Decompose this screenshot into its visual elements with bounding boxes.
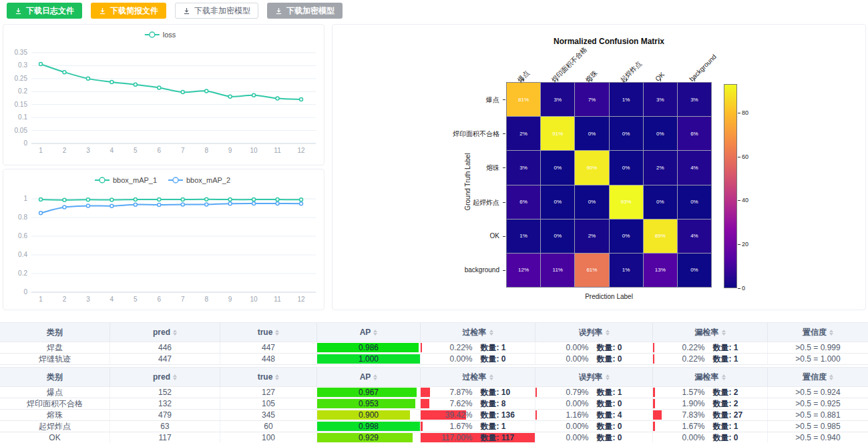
rate-bar xyxy=(653,343,654,352)
rate-bar xyxy=(535,410,537,420)
column-header-true[interactable]: true xyxy=(220,368,317,386)
sort-icon[interactable] xyxy=(722,328,726,338)
cell-pred: 117 xyxy=(110,432,220,443)
sort-icon[interactable] xyxy=(829,372,833,382)
column-header-miss[interactable]: 漏检率 xyxy=(653,323,768,342)
svg-text:loss: loss xyxy=(163,31,176,39)
column-header-miss[interactable]: 漏检率 xyxy=(653,368,768,386)
column-header-ap[interactable]: AP xyxy=(317,323,421,342)
svg-text:bbox_mAP_1: bbox_mAP_1 xyxy=(113,176,157,184)
sort-icon[interactable] xyxy=(606,372,610,382)
column-header-misjudge[interactable]: 误判率 xyxy=(535,323,653,342)
matrix-cell: 81% xyxy=(507,83,540,116)
table-row: 焊印面积不合格1321050.9537.62%数量: 80.00%数量: 01.… xyxy=(0,398,868,410)
svg-text:bbox_mAP_2: bbox_mAP_2 xyxy=(186,176,230,184)
matrix-cell: 11% xyxy=(541,254,574,287)
table-row: OK1171000.929117.00%数量: 1170.00%数量: 00.0… xyxy=(0,432,868,443)
download-encrypted-model-button[interactable]: 下载加密模型 xyxy=(267,3,343,19)
svg-text:0.6: 0.6 xyxy=(18,232,27,240)
column-header-label: 类别 xyxy=(0,323,110,342)
sort-icon[interactable] xyxy=(606,328,610,338)
matrix-cell: 3% xyxy=(507,151,540,184)
legend-item[interactable]: bbox_mAP_2 xyxy=(168,176,230,184)
cell-misjudge: 0.79%数量: 1 xyxy=(535,387,653,398)
download-encrypted-model-label: 下载加密模型 xyxy=(286,5,335,17)
matrix-cell: 3% xyxy=(541,83,574,116)
cell-ap: 0.986 xyxy=(317,342,421,353)
sort-icon[interactable] xyxy=(489,372,493,382)
matrix-cell: 6% xyxy=(678,117,711,150)
column-header-conf[interactable]: 置信度 xyxy=(768,368,868,386)
svg-text:0: 0 xyxy=(23,288,27,296)
matrix-cell: 0% xyxy=(541,151,574,184)
sort-icon[interactable] xyxy=(373,328,377,338)
download-report-label: 下载简报文件 xyxy=(110,5,158,17)
colorbar-tick-label: 60 xyxy=(742,153,748,160)
sort-icon[interactable] xyxy=(275,372,279,382)
colorbar-tick-label: 20 xyxy=(742,241,748,248)
column-header-overkill[interactable]: 过检率 xyxy=(421,368,535,386)
legend-item[interactable]: bbox_mAP_1 xyxy=(95,176,157,184)
column-header-conf[interactable]: 置信度 xyxy=(768,323,868,342)
sort-icon[interactable] xyxy=(173,372,177,382)
matrix-cell: 7% xyxy=(575,83,608,116)
colorbar-tick-label: 40 xyxy=(742,197,748,203)
svg-text:1: 1 xyxy=(39,296,43,303)
cell-misjudge: 0.00%数量: 0 xyxy=(535,342,653,353)
table-row: 焊缝轨迹4474481.0000.00%数量: 00.00%数量: 00.22%… xyxy=(0,354,868,365)
legend-item[interactable]: loss xyxy=(145,31,176,39)
cell-confidence: >0.5 = 0.881 xyxy=(768,410,868,420)
cell-misjudge: 0.00%数量: 0 xyxy=(535,398,653,409)
cell-overkill: 0.22%数量: 1 xyxy=(421,342,535,353)
matrix-cell: 0% xyxy=(644,117,677,150)
cell-pred: 447 xyxy=(110,354,220,364)
table-row: 焊盘4464470.9860.22%数量: 10.00%数量: 00.22%数量… xyxy=(0,342,868,354)
cell-misjudge: 0.00%数量: 0 xyxy=(535,421,653,432)
svg-text:4: 4 xyxy=(110,296,114,303)
svg-text:8: 8 xyxy=(204,296,208,303)
svg-text:0.8: 0.8 xyxy=(18,213,27,221)
cell-miss: 0.00%数量: 0 xyxy=(653,432,768,443)
sort-icon[interactable] xyxy=(373,372,377,382)
download-log-button[interactable]: 下载日志文件 xyxy=(7,3,82,19)
column-header-ap[interactable]: AP xyxy=(317,368,421,386)
svg-text:6: 6 xyxy=(157,296,161,303)
cell-miss: 1.67%数量: 1 xyxy=(653,421,768,432)
table-header-row: 类别predtrueAP过检率误判率漏检率置信度 xyxy=(0,368,868,387)
svg-text:7: 7 xyxy=(181,296,185,303)
svg-text:0.1: 0.1 xyxy=(18,113,27,121)
cell-confidence: >0.5 = 0.924 xyxy=(768,387,868,398)
download-plain-model-button[interactable]: 下载非加密模型 xyxy=(175,3,258,19)
matrix-cell: 91% xyxy=(541,117,574,150)
cell-overkill: 0.00%数量: 0 xyxy=(421,354,535,364)
download-report-button[interactable]: 下载简报文件 xyxy=(91,3,166,19)
cell-pred: 63 xyxy=(110,421,220,432)
loss-chart-panel: 00.050.10.150.20.250.30.3512345678910111… xyxy=(3,24,324,165)
column-header-misjudge[interactable]: 误判率 xyxy=(535,368,653,386)
cell-overkill: 7.87%数量: 10 xyxy=(421,387,535,398)
column-header-true[interactable]: true xyxy=(220,323,317,342)
matrix-cell: 1% xyxy=(507,219,540,253)
column-header-overkill[interactable]: 过检率 xyxy=(421,323,535,342)
sort-icon[interactable] xyxy=(489,328,493,338)
download-icon xyxy=(183,7,190,15)
rate-bar xyxy=(653,422,655,431)
column-header-pred[interactable]: pred xyxy=(110,368,220,386)
sort-icon[interactable] xyxy=(173,328,177,338)
matrix-cell: 2% xyxy=(644,151,677,184)
cell-pred: 132 xyxy=(110,398,220,409)
rate-bar xyxy=(653,410,662,420)
sort-icon[interactable] xyxy=(275,328,279,338)
cell-true: 105 xyxy=(220,398,317,409)
matrix-cell: 2% xyxy=(507,117,540,150)
column-header-pred[interactable]: pred xyxy=(110,323,220,342)
cell-miss: 0.22%数量: 1 xyxy=(653,342,768,353)
svg-text:5: 5 xyxy=(134,296,138,303)
sort-icon[interactable] xyxy=(829,328,833,338)
rate-bar xyxy=(421,399,429,408)
matrix-cell: 0% xyxy=(575,117,608,150)
matrix-x-label: 焊印面积不合格 xyxy=(550,45,589,85)
svg-text:0.25: 0.25 xyxy=(15,75,28,82)
svg-text:0: 0 xyxy=(23,139,27,147)
sort-icon[interactable] xyxy=(722,372,726,382)
